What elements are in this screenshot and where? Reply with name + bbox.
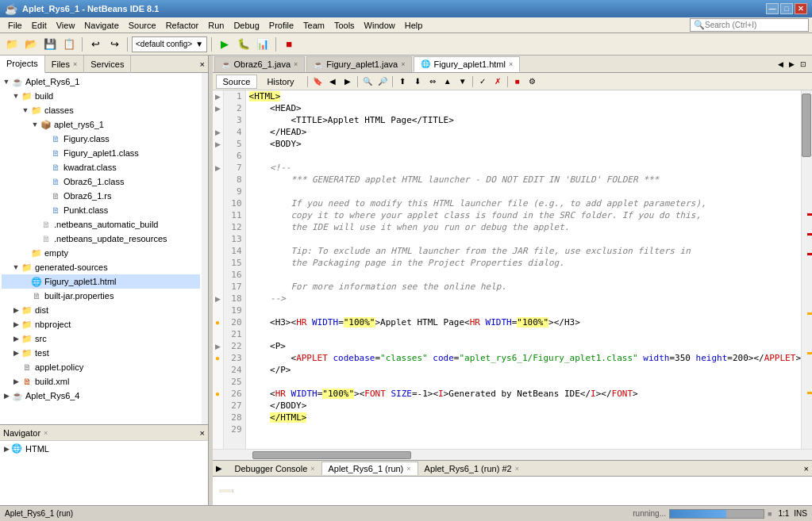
hscroll-thumb[interactable]: [252, 451, 411, 459]
debug-button[interactable]: 🐛: [235, 36, 252, 53]
fold-icon[interactable]: ▶: [215, 140, 221, 148]
output-tab-run2[interactable]: Aplet_Rys6_1 (run) #2 ×: [418, 462, 525, 475]
profile-button[interactable]: 📊: [254, 36, 271, 53]
search-box[interactable]: 🔍: [690, 18, 809, 32]
tasks-button[interactable]: ✓: [475, 75, 490, 89]
navigator-tab-close-icon[interactable]: ×: [44, 429, 48, 437]
prev-bookmark-button[interactable]: ◀: [325, 75, 340, 89]
errors-button[interactable]: ✗: [491, 75, 505, 89]
right-scrollbar[interactable]: [801, 90, 812, 449]
tree-item-figury-html[interactable]: 🌐 Figury_aplet1.html: [2, 274, 200, 289]
navigator-close-button[interactable]: ×: [200, 428, 208, 438]
menu-edit[interactable]: Edit: [27, 19, 52, 32]
prev-occurrence-button[interactable]: ⬆: [395, 75, 410, 89]
files-tab-close-icon[interactable]: ×: [73, 60, 77, 68]
menu-help[interactable]: Help: [400, 19, 428, 32]
redo-button[interactable]: ↪: [106, 36, 123, 53]
fold-icon[interactable]: ▶: [215, 164, 221, 172]
menu-tools[interactable]: Tools: [329, 19, 360, 32]
tree-item-aplet-rys6-4[interactable]: ▶ ☕ Aplet_Rys6_4: [2, 389, 200, 403]
toggle-bookmarks-button[interactable]: 🔖: [310, 75, 325, 89]
maximize-button[interactable]: □: [780, 3, 793, 14]
tab-projects[interactable]: Projects: [0, 56, 45, 73]
menu-refactor[interactable]: Refactor: [161, 19, 204, 32]
output-tab-debugger[interactable]: Debugger Console ×: [229, 462, 321, 475]
run1-tab-close-icon[interactable]: ×: [406, 465, 410, 473]
history-tab[interactable]: History: [260, 75, 301, 89]
tree-item-test[interactable]: ▶ 📁 test: [2, 346, 200, 360]
tab-figury-java[interactable]: ☕ Figury_aplet1.java ×: [306, 56, 412, 72]
tree-item-empty[interactable]: 📁 empty: [2, 246, 200, 260]
tab-close-icon[interactable]: ×: [509, 60, 513, 68]
tree-item-netbeans-update[interactable]: 🗎 .netbeans_update_resources: [2, 232, 200, 246]
menu-view[interactable]: View: [52, 19, 80, 32]
next-occurrence-button[interactable]: ⬇: [410, 75, 425, 89]
tab-scroll-right-button[interactable]: ▶: [787, 59, 797, 69]
diff-prev-button[interactable]: ▲: [441, 75, 455, 89]
diff-next-button[interactable]: ▼: [456, 75, 470, 89]
save-button[interactable]: 💾: [41, 36, 59, 53]
new-project-button[interactable]: 📁: [3, 36, 21, 53]
scrollbar-thumb[interactable]: [802, 94, 811, 157]
tree-item-dist[interactable]: ▶ 📁 dist: [2, 303, 200, 317]
left-panel-close-button[interactable]: ×: [200, 59, 208, 69]
fold-icon[interactable]: ▶: [215, 105, 221, 113]
tree-item-aplet-rys6-1[interactable]: ▼ ☕ Aplet_Rys6_1: [2, 75, 200, 89]
next-bookmark-button[interactable]: ▶: [341, 75, 355, 89]
close-button[interactable]: ✕: [795, 3, 807, 14]
progress-stop-icon[interactable]: ■: [768, 510, 772, 518]
output-tab-run1[interactable]: Aplet_Rys6_1 (run) ×: [321, 462, 418, 475]
tab-maximize-button[interactable]: ⊡: [798, 59, 809, 69]
tree-item-netbeans-auto[interactable]: 🗎 .netbeans_automatic_build: [2, 217, 200, 232]
tab-obraz6-java[interactable]: ☕ Obraz6_1.java ×: [214, 56, 306, 72]
tree-item-classes[interactable]: ▼ 📁 classes: [2, 103, 200, 117]
menu-debug[interactable]: Debug: [229, 19, 264, 32]
menu-file[interactable]: File: [3, 19, 27, 32]
debugger-tab-close-icon[interactable]: ×: [310, 465, 314, 473]
open-project-button[interactable]: 📂: [22, 36, 40, 53]
settings-button[interactable]: ⚙: [525, 75, 540, 89]
menu-team[interactable]: Team: [298, 19, 329, 32]
navigator-tab[interactable]: Navigator: [3, 428, 40, 438]
menu-run[interactable]: Run: [203, 19, 229, 32]
fold-icon[interactable]: ▶: [215, 128, 221, 136]
title-bar-controls[interactable]: — □ ✕: [766, 3, 807, 14]
output-panel-close-button[interactable]: ×: [804, 464, 812, 473]
run-button[interactable]: ▶: [216, 36, 233, 53]
tab-close-icon[interactable]: ×: [401, 60, 405, 68]
tree-item-figury-aplet1-class[interactable]: 🗎 Figury_aplet1.class: [2, 146, 200, 160]
search-input[interactable]: [705, 21, 792, 29]
tree-item-build-xml[interactable]: ▶ 🗎 build.xml: [2, 374, 200, 389]
tree-item-nbproject[interactable]: ▶ 📁 nbproject: [2, 317, 200, 331]
code-editor[interactable]: <HTML> <HEAD> <TITLE>Applet HTML Page</T…: [246, 90, 801, 449]
minimize-button[interactable]: —: [766, 3, 779, 14]
tab-close-icon[interactable]: ×: [294, 60, 298, 68]
tree-item-src[interactable]: ▶ 📁 src: [2, 331, 200, 346]
tab-figury-html[interactable]: 🌐 Figury_aplet1.html ×: [414, 56, 520, 72]
toggle-diff-button[interactable]: ⇔: [425, 75, 440, 89]
tree-item-built-jar[interactable]: 🗎 built-jar.properties: [2, 289, 200, 303]
tree-item-obraz6-class[interactable]: 🗎 Obraz6_1.class: [2, 174, 200, 189]
stop-action-button[interactable]: ■: [510, 75, 525, 89]
tree-item-obraz6-rs[interactable]: 🗎 Obraz6_1.rs: [2, 189, 200, 203]
run2-tab-close-icon[interactable]: ×: [515, 465, 519, 473]
stop-button[interactable]: ■: [280, 36, 298, 53]
save-all-button[interactable]: 📋: [60, 36, 78, 53]
left-tree-scrollbar[interactable]: [202, 73, 208, 424]
tab-services[interactable]: Services: [84, 56, 131, 73]
tree-item-figury-class[interactable]: 🗎 Figury.class: [2, 132, 200, 146]
menu-window[interactable]: Window: [360, 19, 400, 32]
source-tab[interactable]: Source: [216, 75, 258, 89]
fold-icon[interactable]: ▶: [215, 93, 221, 101]
menu-source[interactable]: Source: [124, 19, 161, 32]
horizontal-scrollbar[interactable]: [213, 449, 812, 460]
tree-item-punkt-class[interactable]: 🗎 Punkt.class: [2, 203, 200, 217]
navigator-item-html[interactable]: ▶ 🌐 HTML: [2, 442, 206, 454]
tree-item-applet-policy[interactable]: 🗎 applet.policy: [2, 360, 200, 374]
config-dropdown[interactable]: <default config> ▼: [132, 36, 207, 52]
tree-item-generated-sources[interactable]: ▼ 📁 generated-sources: [2, 260, 200, 274]
tree-item-kwadrat-class[interactable]: 🗎 kwadrat.class: [2, 160, 200, 174]
tree-item-build[interactable]: ▼ 📁 build: [2, 89, 200, 103]
menu-navigate[interactable]: Navigate: [79, 19, 123, 32]
fold-icon[interactable]: ▶: [215, 295, 221, 303]
